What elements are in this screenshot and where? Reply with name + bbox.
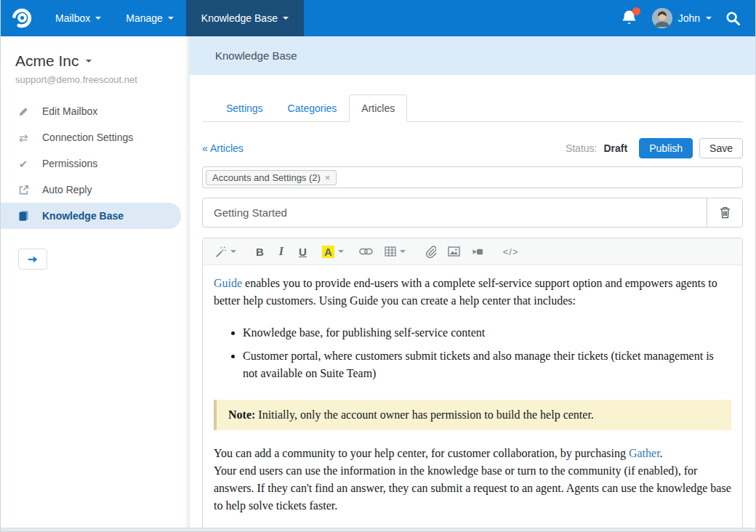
bold-button[interactable]: B <box>256 246 264 258</box>
top-navbar: Mailbox Manage Knowledge Base <box>1 0 755 36</box>
underline-button[interactable]: U <box>299 246 307 258</box>
note-label: Note: <box>228 408 255 421</box>
video-icon <box>472 247 483 257</box>
caret-down-icon <box>706 17 712 20</box>
user-menu[interactable]: John <box>652 8 712 28</box>
attachment-icon <box>425 246 436 258</box>
book-icon <box>17 210 30 222</box>
user-name: John <box>678 12 700 24</box>
sidebar-item-label: Connection Settings <box>42 132 133 143</box>
tab-settings[interactable]: Settings <box>214 94 276 122</box>
gather-link[interactable]: Gather <box>629 447 660 459</box>
save-button[interactable]: Save <box>699 138 743 158</box>
caret-down-icon <box>400 250 406 253</box>
editor-content-area[interactable]: Guide enables you to provide end-users w… <box>203 265 742 529</box>
window-bottom-edge <box>1 528 755 531</box>
sidebar-collapse-button[interactable] <box>18 249 47 270</box>
trash-icon <box>720 206 731 219</box>
tag-remove-icon[interactable]: × <box>325 173 331 182</box>
search-icon <box>725 11 741 26</box>
avatar <box>652 8 672 28</box>
insert-table-button[interactable] <box>385 246 406 257</box>
delete-article-button[interactable] <box>707 198 742 227</box>
insert-video-button[interactable] <box>472 247 483 257</box>
italic-button[interactable]: I <box>279 245 284 258</box>
article-actions: Status: Draft Publish Save <box>566 138 743 158</box>
magic-wand-icon <box>214 246 227 258</box>
sidebar-item-label: Permissions <box>42 158 97 169</box>
tab-categories[interactable]: Categories <box>276 94 350 122</box>
status-badge: Draft <box>603 142 627 154</box>
notifications-button[interactable] <box>621 9 638 28</box>
note-callout: Note: Initially, only the account owner … <box>214 400 731 430</box>
publish-button[interactable]: Publish <box>639 138 693 158</box>
category-tag-label: Accounts and Settings (2) <box>212 172 321 183</box>
page-header: Knowledge Base <box>190 36 755 75</box>
sidebar-item-edit-mailbox[interactable]: Edit Mailbox <box>1 98 190 124</box>
article-paragraph: Guide enables you to provide end-users w… <box>214 275 731 310</box>
sidebar-item-connection-settings[interactable]: ⇄ Connection Settings <box>1 124 190 150</box>
app-window: Mailbox Manage Knowledge Base <box>0 0 756 532</box>
mailbox-selector[interactable]: Acme Inc <box>15 52 190 70</box>
insert-link-button[interactable] <box>359 247 373 256</box>
caret-down-icon <box>168 17 174 20</box>
transfer-icon: ⇄ <box>17 132 30 143</box>
nav-item-label: Knowledge Base <box>201 12 278 24</box>
article-title-input[interactable] <box>203 198 707 227</box>
mailbox-name: Acme Inc <box>15 52 79 70</box>
arrow-right-icon <box>27 254 39 265</box>
code-view-button[interactable]: </> <box>503 246 519 257</box>
nav-item-manage[interactable]: Manage <box>113 0 186 36</box>
search-button[interactable] <box>725 11 741 26</box>
style-dropdown-button[interactable] <box>214 246 236 258</box>
list-item: Customer portal, where customers submit … <box>243 347 731 382</box>
list-item: Knowledge base, for publishing self-serv… <box>243 324 731 342</box>
nav-item-label: Mailbox <box>55 12 90 24</box>
check-icon: ✔ <box>17 158 30 169</box>
main-area: Knowledge Base Settings Categories Artic… <box>190 36 755 528</box>
freescout-logo[interactable] <box>1 0 43 36</box>
editor-toolbar: B I U A <box>203 238 742 265</box>
rich-text-editor: B I U A <box>202 238 743 530</box>
sidebar-item-label: Knowledge Base <box>42 210 124 222</box>
navbar-right: John <box>621 0 755 36</box>
guide-link[interactable]: Guide <box>214 277 242 289</box>
nav-item-knowledge-base[interactable]: Knowledge Base <box>186 0 304 36</box>
image-icon <box>448 246 460 257</box>
attach-file-button[interactable] <box>425 246 436 258</box>
page-title: Knowledge Base <box>215 49 297 62</box>
sidebar-item-label: Edit Mailbox <box>42 105 97 117</box>
highlight-color-swatch: A <box>322 246 334 258</box>
article-title-group <box>202 198 743 227</box>
caret-down-icon <box>230 250 236 253</box>
article-actions-row: « Articles Status: Draft Publish Save <box>202 138 743 158</box>
link-icon <box>359 247 373 256</box>
article-paragraph: You can add a community to your help cen… <box>214 445 731 515</box>
status-label: Status: <box>566 142 598 154</box>
caret-down-icon <box>338 250 344 253</box>
share-icon <box>17 185 30 196</box>
content-card: Settings Categories Articles « Articles … <box>190 75 755 528</box>
sidebar-item-knowledge-base[interactable]: Knowledge Base <box>1 203 181 229</box>
sidebar-item-auto-reply[interactable]: Auto Reply <box>1 177 190 203</box>
freescout-logo-icon <box>9 6 34 31</box>
caret-down-icon <box>283 17 289 20</box>
nav-item-label: Manage <box>126 12 163 24</box>
tab-articles[interactable]: Articles <box>349 94 407 122</box>
caret-down-icon <box>95 17 101 20</box>
tabs-bar: Settings Categories Articles <box>202 94 743 122</box>
notification-dot <box>632 7 640 15</box>
insert-image-button[interactable] <box>448 246 460 257</box>
mailbox-sidebar: Acme Inc support@demo.freescout.net Edit… <box>1 36 190 528</box>
text-color-picker[interactable]: A <box>322 246 344 258</box>
sidebar-item-permissions[interactable]: ✔ Permissions <box>1 150 190 177</box>
table-icon <box>385 246 396 257</box>
category-tag: Accounts and Settings (2) × <box>206 170 337 185</box>
mailbox-email: support@demo.freescout.net <box>15 74 190 85</box>
back-to-articles-link[interactable]: « Articles <box>202 142 244 154</box>
categories-input[interactable]: Accounts and Settings (2) × <box>202 166 743 188</box>
caret-down-icon <box>86 60 92 63</box>
pencil-icon <box>17 106 30 117</box>
nav-item-mailbox[interactable]: Mailbox <box>43 0 113 36</box>
sidebar-item-label: Auto Reply <box>42 184 92 196</box>
